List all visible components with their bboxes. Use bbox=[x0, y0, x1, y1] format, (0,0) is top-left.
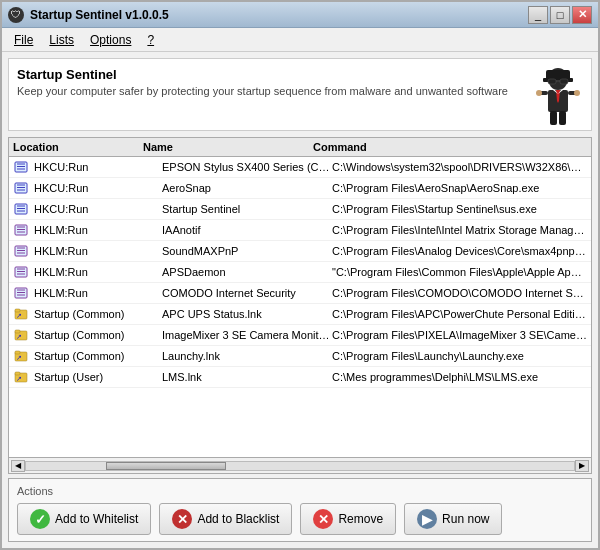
cell-name: Launchy.lnk bbox=[162, 350, 332, 362]
svg-rect-3 bbox=[548, 79, 556, 84]
svg-text:↗: ↗ bbox=[16, 333, 22, 340]
cell-name: APC UPS Status.lnk bbox=[162, 308, 332, 320]
runnow-icon: ▶ bbox=[417, 509, 437, 529]
cell-name: APSDaemon bbox=[162, 266, 332, 278]
cell-name: SoundMAXPnP bbox=[162, 245, 332, 257]
cell-location: HKLM:Run bbox=[32, 287, 162, 299]
row-icon bbox=[13, 243, 29, 259]
scroll-left-button[interactable]: ◀ bbox=[11, 460, 25, 472]
row-icon: ↗ bbox=[13, 327, 29, 343]
col-header-name: Name bbox=[143, 141, 313, 153]
horizontal-scrollbar[interactable]: ◀ ▶ bbox=[8, 458, 592, 474]
maximize-button[interactable]: □ bbox=[550, 6, 570, 24]
table-row[interactable]: HKLM:RunIAAnotifC:\Program Files\Intel\I… bbox=[9, 220, 591, 241]
cell-location: HKLM:Run bbox=[32, 245, 162, 257]
table-row[interactable]: HKCU:RunStartup SentinelC:\Program Files… bbox=[9, 199, 591, 220]
svg-point-12 bbox=[536, 90, 542, 96]
cell-command: C:\Program Files\AeroSnap\AeroSnap.exe bbox=[332, 182, 587, 194]
scroll-right-button[interactable]: ▶ bbox=[575, 460, 589, 472]
app-icon: 🛡 bbox=[8, 7, 24, 23]
mascot-svg bbox=[533, 67, 583, 127]
actions-section: Actions ✓Add to Whitelist✕Add to Blackli… bbox=[8, 478, 592, 542]
whitelist-button[interactable]: ✓Add to Whitelist bbox=[17, 503, 151, 535]
remove-button[interactable]: ✕Remove bbox=[300, 503, 396, 535]
table-row[interactable]: HKCU:RunAeroSnapC:\Program Files\AeroSna… bbox=[9, 178, 591, 199]
svg-text:↗: ↗ bbox=[16, 375, 22, 382]
remove-label: Remove bbox=[338, 512, 383, 526]
minimize-button[interactable]: _ bbox=[528, 6, 548, 24]
svg-text:↗: ↗ bbox=[16, 312, 22, 319]
table-row[interactable]: ↗Startup (Common)APC UPS Status.lnkC:\Pr… bbox=[9, 304, 591, 325]
col-header-command: Command bbox=[313, 141, 587, 153]
svg-rect-15 bbox=[559, 111, 566, 125]
table-row[interactable]: HKLM:RunAPSDaemon"C:\Program Files\Commo… bbox=[9, 262, 591, 283]
blacklist-button[interactable]: ✕Add to Blacklist bbox=[159, 503, 292, 535]
table-row[interactable]: ↗Startup (Common)Launchy.lnkC:\Program F… bbox=[9, 346, 591, 367]
cell-location: HKCU:Run bbox=[32, 161, 162, 173]
remove-icon: ✕ bbox=[313, 509, 333, 529]
row-icon: ↗ bbox=[13, 348, 29, 364]
svg-rect-4 bbox=[560, 79, 568, 84]
blacklist-label: Add to Blacklist bbox=[197, 512, 279, 526]
table-row[interactable]: HKCU:RunEPSON Stylus SX400 Series (Copie… bbox=[9, 157, 591, 178]
table-row[interactable]: ↗Startup (User)LMS.lnkC:\Mes programmes\… bbox=[9, 367, 591, 388]
main-window: 🛡 Startup Sentinel v1.0.0.5 _ □ ✕ File L… bbox=[0, 0, 600, 550]
cell-command: C:\Program Files\APC\PowerChute Personal… bbox=[332, 308, 587, 320]
table-header: Location Name Command bbox=[9, 138, 591, 157]
cell-location: Startup (User) bbox=[32, 371, 162, 383]
col-header-location: Location bbox=[13, 141, 143, 153]
header-section: Startup Sentinel Keep your computer safe… bbox=[8, 58, 592, 131]
svg-text:↗: ↗ bbox=[16, 354, 22, 361]
row-icon bbox=[13, 222, 29, 238]
whitelist-label: Add to Whitelist bbox=[55, 512, 138, 526]
scroll-thumb[interactable] bbox=[106, 462, 226, 470]
svg-point-13 bbox=[574, 90, 580, 96]
title-bar-left: 🛡 Startup Sentinel v1.0.0.5 bbox=[8, 7, 169, 23]
scroll-track[interactable] bbox=[25, 461, 575, 471]
cell-command: "C:\Program Files\Common Files\Apple\App… bbox=[332, 266, 587, 278]
row-icon bbox=[13, 264, 29, 280]
table-row[interactable]: HKLM:RunSoundMAXPnPC:\Program Files\Anal… bbox=[9, 241, 591, 262]
table-row[interactable]: HKLM:RunCOMODO Internet SecurityC:\Progr… bbox=[9, 283, 591, 304]
actions-buttons: ✓Add to Whitelist✕Add to Blacklist✕Remov… bbox=[17, 503, 583, 535]
close-button[interactable]: ✕ bbox=[572, 6, 592, 24]
cell-name: LMS.lnk bbox=[162, 371, 332, 383]
app-description: Keep your computer safer by protecting y… bbox=[17, 85, 508, 97]
title-controls: _ □ ✕ bbox=[528, 6, 592, 24]
cell-location: HKCU:Run bbox=[32, 182, 162, 194]
cell-name: COMODO Internet Security bbox=[162, 287, 332, 299]
svg-rect-14 bbox=[550, 111, 557, 125]
cell-name: IAAnotif bbox=[162, 224, 332, 236]
cell-name: EPSON Stylus SX400 Series (Copie 1) bbox=[162, 161, 332, 173]
whitelist-icon: ✓ bbox=[30, 509, 50, 529]
cell-command: C:\Program Files\Launchy\Launchy.exe bbox=[332, 350, 587, 362]
cell-location: HKLM:Run bbox=[32, 224, 162, 236]
mascot bbox=[533, 67, 583, 122]
cell-name: AeroSnap bbox=[162, 182, 332, 194]
actions-label: Actions bbox=[17, 485, 583, 497]
menu-options[interactable]: Options bbox=[84, 31, 137, 49]
cell-name: Startup Sentinel bbox=[162, 203, 332, 215]
runnow-button[interactable]: ▶Run now bbox=[404, 503, 502, 535]
cell-command: C:\Program Files\PIXELA\ImageMixer 3 SE\… bbox=[332, 329, 587, 341]
cell-location: Startup (Common) bbox=[32, 329, 162, 341]
menu-lists[interactable]: Lists bbox=[43, 31, 80, 49]
title-bar: 🛡 Startup Sentinel v1.0.0.5 _ □ ✕ bbox=[2, 2, 598, 28]
cell-command: C:\Windows\system32\spool\DRIVERS\W32X86… bbox=[332, 161, 587, 173]
row-icon bbox=[13, 285, 29, 301]
cell-location: Startup (Common) bbox=[32, 308, 162, 320]
table-row[interactable]: ↗Startup (Common)ImageMixer 3 SE Camera … bbox=[9, 325, 591, 346]
row-icon bbox=[13, 201, 29, 217]
cell-command: C:\Program Files\Analog Devices\Core\sma… bbox=[332, 245, 587, 257]
cell-location: HKLM:Run bbox=[32, 266, 162, 278]
row-icon bbox=[13, 159, 29, 175]
menu-file[interactable]: File bbox=[8, 31, 39, 49]
table-body[interactable]: HKCU:RunEPSON Stylus SX400 Series (Copie… bbox=[9, 157, 591, 457]
runnow-label: Run now bbox=[442, 512, 489, 526]
cell-location: HKCU:Run bbox=[32, 203, 162, 215]
app-title: Startup Sentinel bbox=[17, 67, 508, 82]
startup-table: Location Name Command HKCU:RunEPSON Styl… bbox=[8, 137, 592, 458]
cell-command: C:\Program Files\Startup Sentinel\sus.ex… bbox=[332, 203, 587, 215]
row-icon bbox=[13, 180, 29, 196]
menu-help[interactable]: ? bbox=[141, 31, 160, 49]
